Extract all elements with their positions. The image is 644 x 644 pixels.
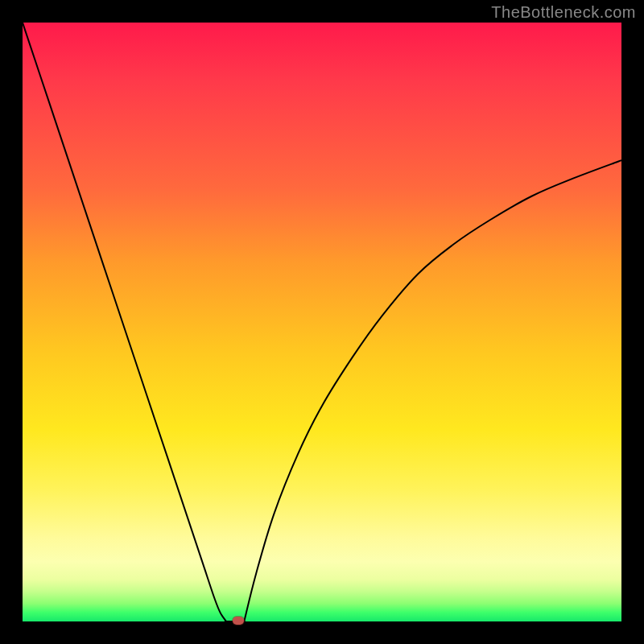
attribution-text: TheBottleneck.com	[491, 3, 636, 22]
chart-frame: TheBottleneck.com	[0, 0, 644, 644]
curve-path	[23, 23, 621, 621]
minimum-marker	[233, 617, 244, 625]
plot-area	[23, 23, 621, 621]
bottleneck-curve	[23, 23, 621, 621]
